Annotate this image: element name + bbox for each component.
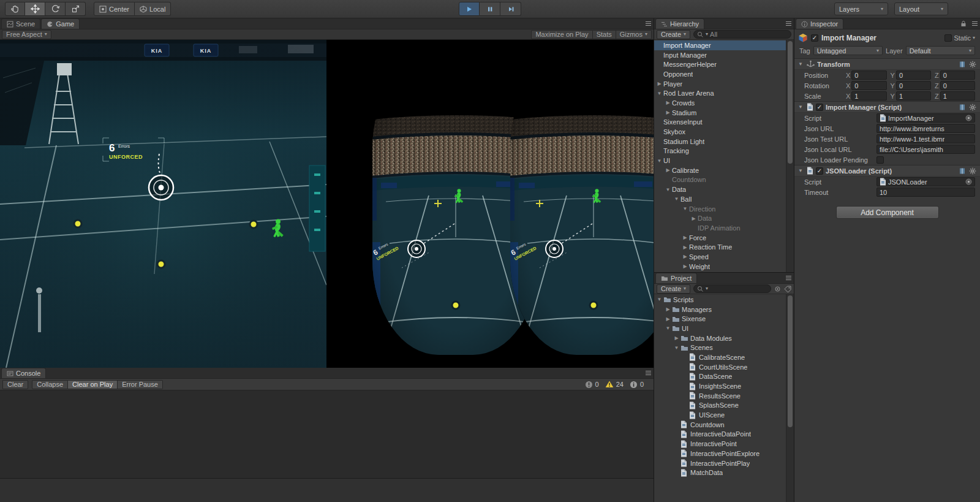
foldout-open-icon[interactable]: ▼ xyxy=(655,297,663,302)
hierarchy-item[interactable]: ▼UI xyxy=(654,156,786,165)
project-item[interactable]: ▶Data Modules xyxy=(654,333,786,343)
panel-menu-icon[interactable] xyxy=(969,18,980,29)
help-book-icon[interactable] xyxy=(959,167,966,175)
foldout-open-icon[interactable]: ▼ xyxy=(673,345,680,351)
hierarchy-item[interactable]: ▼Direction xyxy=(654,204,786,214)
layer-dropdown[interactable]: Default▾ xyxy=(906,46,975,55)
pivot-toggle-button[interactable]: Center xyxy=(94,2,135,16)
rotate-tool-button[interactable] xyxy=(45,2,66,16)
static-toggle[interactable]: Static ▾ xyxy=(944,34,975,42)
object-picker-icon[interactable] xyxy=(965,178,972,185)
maximize-on-play-toggle[interactable]: Maximize on Play xyxy=(531,30,592,39)
search-filter-chevron-icon[interactable]: ▾ xyxy=(706,32,708,37)
hierarchy-item[interactable]: SixenseInput xyxy=(654,118,786,127)
hierarchy-item[interactable]: Opponent xyxy=(654,69,786,79)
hierarchy-scrollbar[interactable] xyxy=(786,40,794,272)
position-x-input[interactable]: 0 xyxy=(851,70,886,80)
jsonloader-script-header[interactable]: ▼JSONLoader (Script) xyxy=(794,165,980,177)
project-item[interactable]: CalibrateScene xyxy=(654,352,786,362)
scrollbar-thumb[interactable] xyxy=(788,295,793,427)
position-y-input[interactable]: 0 xyxy=(896,70,931,80)
foldout-closed-icon[interactable]: ▶ xyxy=(690,216,698,221)
stats-toggle[interactable]: Stats xyxy=(593,30,616,39)
project-item[interactable]: ResultsScene xyxy=(654,391,786,401)
tab-scene[interactable]: Scene xyxy=(1,18,40,29)
tab-project[interactable]: Project xyxy=(655,273,697,283)
project-search-input[interactable]: ▾ xyxy=(693,284,771,293)
move-tool-button[interactable] xyxy=(25,2,45,16)
scale-z-input[interactable]: 1 xyxy=(940,91,975,101)
console-log-area[interactable] xyxy=(0,390,654,478)
tab-console[interactable]: Console xyxy=(1,368,46,378)
object-picker-icon[interactable] xyxy=(965,115,972,121)
foldout-closed-icon[interactable]: ▶ xyxy=(664,316,672,322)
help-book-icon[interactable] xyxy=(959,61,966,68)
hierarchy-item[interactable]: MessengerHelper xyxy=(654,59,786,69)
hierarchy-item[interactable]: ▶Reaction Time xyxy=(654,242,786,252)
project-item[interactable]: ▶Sixense xyxy=(654,314,786,324)
project-item[interactable]: UIScene xyxy=(654,410,786,420)
gear-icon[interactable] xyxy=(969,61,976,68)
transform-component-header[interactable]: ▼ Transform xyxy=(794,58,980,70)
rotation-z-input[interactable]: 0 xyxy=(940,81,975,90)
info-count-icon[interactable] xyxy=(630,381,638,389)
foldout-open-icon[interactable]: ▼ xyxy=(655,91,663,96)
project-item[interactable]: InteractivePointExplore xyxy=(654,449,786,458)
scale-y-input[interactable]: 1 xyxy=(896,91,931,101)
hierarchy-item[interactable]: ▶Player xyxy=(654,79,786,89)
project-item[interactable]: InsightsScene xyxy=(654,381,786,391)
foldout-open-icon[interactable]: ▼ xyxy=(797,168,804,173)
hierarchy-item[interactable]: ▶Weight xyxy=(654,262,786,272)
hierarchy-item[interactable]: Skybox xyxy=(654,127,786,137)
hierarchy-item[interactable]: ▶Force xyxy=(654,233,786,243)
script-object-field[interactable]: ImportManager xyxy=(876,113,975,123)
hierarchy-item[interactable]: Input Manager xyxy=(654,50,786,60)
hierarchy-item[interactable]: ▶Crowds xyxy=(654,98,786,108)
help-book-icon[interactable] xyxy=(959,104,966,111)
foldout-open-icon[interactable]: ▼ xyxy=(673,196,680,202)
console-detail-pane[interactable] xyxy=(0,478,654,502)
import-manager-script-header[interactable]: ▼Import Manager (Script) xyxy=(794,101,980,113)
json-test-url-input[interactable]: http://www-1.test.ibmr xyxy=(876,134,975,143)
pause-button[interactable] xyxy=(480,2,500,16)
json-url-input[interactable]: http://www.ibmreturns xyxy=(876,124,975,133)
foldout-closed-icon[interactable]: ▶ xyxy=(664,100,672,105)
tab-inspector[interactable]: Inspector xyxy=(796,18,843,29)
error-count-icon[interactable] xyxy=(585,381,593,389)
chevron-down-icon[interactable]: ▾ xyxy=(973,36,975,40)
hierarchy-search-input[interactable]: ▾ All xyxy=(693,30,791,39)
project-item[interactable]: ▼UI xyxy=(654,324,786,333)
hierarchy-item[interactable]: ▶Stadium xyxy=(654,108,786,118)
gear-icon[interactable] xyxy=(969,167,976,175)
foldout-open-icon[interactable]: ▼ xyxy=(797,104,804,110)
project-item[interactable]: ▼Scenes xyxy=(654,343,786,352)
step-button[interactable] xyxy=(500,2,521,16)
space-toggle-button[interactable]: Local xyxy=(135,2,171,16)
project-item[interactable]: InteractivePoint xyxy=(654,439,786,449)
hand-tool-button[interactable] xyxy=(5,2,25,16)
console-clear-button[interactable]: Clear xyxy=(2,380,28,389)
search-by-label-icon[interactable] xyxy=(784,286,791,292)
script-object-field[interactable]: JSONLoader xyxy=(876,177,975,186)
scale-x-input[interactable]: 1 xyxy=(851,91,886,101)
play-button[interactable] xyxy=(459,2,480,16)
foldout-open-icon[interactable]: ▼ xyxy=(797,61,804,67)
add-component-button[interactable]: Add Component xyxy=(836,206,939,219)
console-error-pause-button[interactable]: Error Pause xyxy=(118,380,163,389)
hierarchy-create-button[interactable]: Create▾ xyxy=(657,30,690,39)
project-item[interactable]: InteractiveDataPoint xyxy=(654,430,786,439)
component-enabled-checkbox[interactable] xyxy=(816,104,823,111)
hierarchy-item[interactable]: Tracking xyxy=(654,146,786,156)
json-local-url-input[interactable]: file://C:\Users\jasmith xyxy=(876,145,975,154)
foldout-open-icon[interactable]: ▼ xyxy=(664,187,672,192)
gizmos-dropdown[interactable]: Gizmos▾ xyxy=(616,30,652,39)
project-create-button[interactable]: Create▾ xyxy=(657,284,690,294)
tab-game[interactable]: Game xyxy=(41,18,80,29)
search-by-type-icon[interactable] xyxy=(774,286,781,292)
search-filter-chevron-icon[interactable]: ▾ xyxy=(706,286,708,291)
lock-icon[interactable] xyxy=(958,18,969,29)
scale-tool-button[interactable] xyxy=(66,2,86,16)
foldout-open-icon[interactable]: ▼ xyxy=(655,158,663,164)
console-collapse-button[interactable]: Collapse xyxy=(32,380,68,389)
foldout-open-icon[interactable]: ▼ xyxy=(664,325,672,331)
